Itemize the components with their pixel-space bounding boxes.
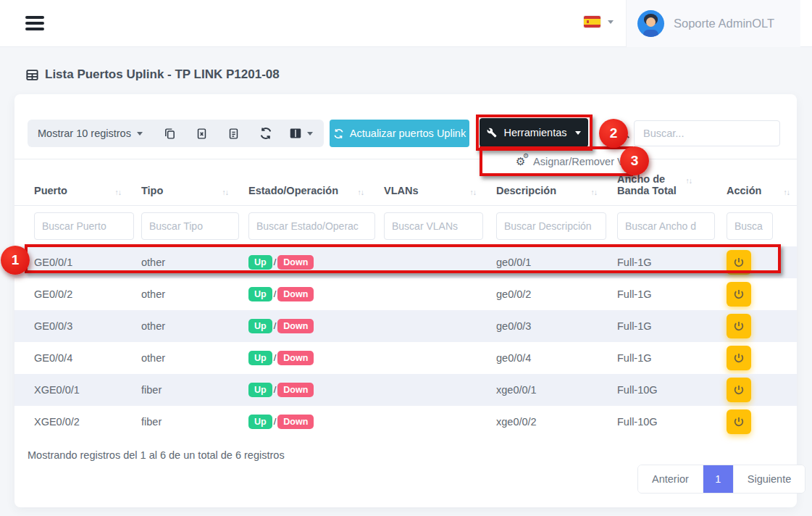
sort-icon: ↑↓ — [222, 188, 229, 196]
power-icon — [733, 288, 745, 300]
status-up-badge: Up — [248, 415, 272, 429]
chevron-down-icon — [608, 20, 614, 24]
column-header-accion[interactable]: ↑↓ Acción — [727, 159, 797, 206]
power-toggle-button[interactable] — [727, 346, 751, 370]
filter-vlans-input[interactable] — [384, 212, 483, 240]
pdf-export-button[interactable] — [225, 125, 243, 142]
column-header-estado[interactable]: ↑↓ Estado/Operación — [248, 159, 384, 206]
power-icon — [733, 320, 745, 332]
column-header-puerto[interactable]: ↑↓ Puerto — [14, 159, 141, 206]
status-up-badge: Up — [248, 351, 272, 365]
status-up-badge: Up — [248, 287, 272, 301]
sort-icon: ↑↓ — [115, 188, 122, 196]
update-uplink-ports-button[interactable]: Actualizar puertos Uplink — [330, 120, 469, 147]
table-row: XGE0/0/1 fiber Up/Down xge0/0/1 Full-10G — [14, 374, 797, 406]
power-icon — [733, 416, 745, 428]
show-entries-select[interactable]: Mostrar 10 registros — [38, 128, 143, 139]
table-icon — [25, 68, 39, 82]
power-toggle-button[interactable] — [727, 282, 751, 307]
columns-icon — [289, 128, 302, 139]
status-down-badge: Down — [277, 255, 314, 270]
top-navbar: Soporte AdminOLT — [0, 0, 812, 47]
filter-estado-input[interactable] — [248, 212, 375, 240]
page-1-button[interactable]: 1 — [703, 465, 733, 493]
sort-icon: ↑↓ — [784, 188, 790, 196]
previous-page-button[interactable]: Anterior — [638, 465, 703, 493]
app-window: Soporte AdminOLT Lista Puertos Uplink - … — [0, 0, 812, 516]
table-row: GE0/0/2 other Up/Down ge0/0/2 Full-1G — [14, 278, 797, 310]
ports-card: Mostrar 10 registros — [14, 94, 797, 507]
page-title: Lista Puertos Uplink - TP LINK P1201-08 — [25, 67, 280, 82]
records-info: Mostrando registros del 1 al 6 de un tot… — [28, 449, 285, 461]
status-down-badge: Down — [277, 287, 314, 301]
status-up-badge: Up — [248, 319, 272, 333]
copy-button[interactable] — [162, 125, 179, 142]
tools-dropdown-button[interactable]: Herramientas — [480, 118, 588, 147]
power-icon — [733, 384, 745, 396]
hamburger-menu-icon[interactable] — [25, 16, 44, 31]
ports-table: ↑↓ Puerto ↑↓ Tipo ↑↓ Estado/Operación ↑↓… — [14, 159, 797, 438]
power-icon — [733, 257, 745, 268]
power-toggle-button[interactable] — [727, 378, 751, 402]
status-up-badge: Up — [248, 383, 272, 397]
power-toggle-button[interactable] — [727, 250, 751, 275]
filter-puerto-input[interactable] — [34, 212, 134, 240]
column-header-tipo[interactable]: ↑↓ Tipo — [141, 159, 248, 206]
chevron-down-icon — [137, 132, 143, 136]
next-page-button[interactable]: Siguiente — [733, 465, 805, 493]
table-row: XGE0/0/2 fiber Up/Down xge0/0/2 Full-10G — [14, 406, 797, 438]
search-icon — [617, 126, 631, 140]
sort-icon: ↑↓ — [358, 188, 364, 196]
power-toggle-button[interactable] — [727, 409, 751, 434]
excel-export-button[interactable] — [193, 125, 211, 142]
chevron-down-icon — [307, 132, 313, 136]
refresh-button[interactable] — [257, 125, 275, 142]
status-down-badge: Down — [277, 319, 314, 333]
sort-icon: ↑↓ — [686, 176, 692, 185]
language-selector[interactable] — [584, 16, 614, 28]
pagination: Anterior 1 Siguiente — [637, 465, 805, 494]
filter-tipo-input[interactable] — [141, 212, 239, 240]
user-name: Soporte AdminOLT — [674, 17, 774, 30]
user-menu[interactable]: Soporte AdminOLT — [627, 0, 800, 47]
filter-descripcion-input[interactable] — [496, 212, 606, 240]
sort-icon: ↑↓ — [591, 188, 598, 196]
status-down-badge: Down — [277, 415, 314, 429]
table-row: GE0/0/3 other Up/Down ge0/0/3 Full-1G — [14, 310, 797, 342]
table-toolbar: Mostrar 10 registros — [28, 120, 324, 147]
global-search-input[interactable] — [634, 120, 780, 146]
user-avatar — [637, 10, 664, 37]
table-row: GE0/0/4 other Up/Down ge0/0/4 Full-1G — [14, 342, 797, 374]
filter-ancho-input[interactable] — [617, 212, 715, 240]
refresh-icon — [333, 128, 344, 139]
column-header-vlans[interactable]: ↑↓ VLANs — [384, 159, 496, 206]
chevron-down-icon — [575, 131, 581, 135]
power-icon — [733, 352, 745, 364]
status-down-badge: Down — [277, 383, 314, 397]
wrench-icon — [487, 128, 497, 138]
status-up-badge: Up — [248, 255, 272, 270]
filter-accion-input[interactable] — [727, 212, 773, 240]
gears-icon: ⚙ ⚙ — [516, 155, 529, 168]
menu-item-asignar-remover-vlan[interactable]: Asignar/Remover Vlan — [533, 156, 638, 167]
column-visibility-button[interactable] — [289, 128, 313, 139]
tools-dropdown-menu: ⚙ ⚙ Asignar/Remover Vlan — [482, 149, 630, 173]
table-row: GE0/0/1 other Up/Down ge0/0/1 Full-1G — [14, 246, 797, 278]
sort-icon: ↑↓ — [470, 188, 477, 196]
status-down-badge: Down — [277, 351, 314, 365]
spain-flag-icon — [584, 16, 600, 28]
power-toggle-button[interactable] — [727, 314, 751, 338]
